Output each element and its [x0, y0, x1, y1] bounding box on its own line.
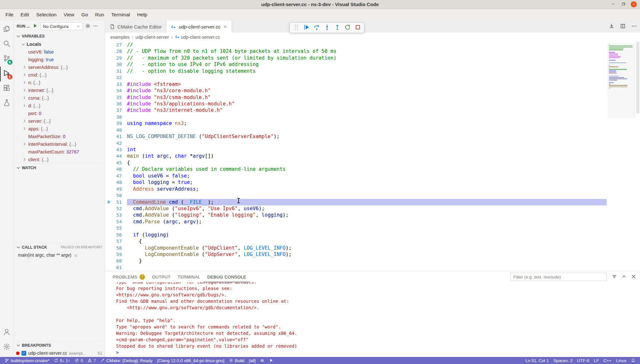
code-line[interactable]: 38: [105, 114, 607, 120]
debug-configuration-select[interactable]: No Configura: [40, 22, 83, 30]
code-line[interactable]: 45{: [105, 160, 607, 166]
editor-scrollbar[interactable]: [636, 42, 640, 271]
line-number[interactable]: 56: [105, 232, 127, 238]
variable-row[interactable]: csma: {...}: [13, 94, 105, 102]
code-line[interactable]: 49 Address serverAddress;: [105, 186, 607, 192]
status-notifications[interactable]: [629, 357, 638, 364]
menu-item-terminal[interactable]: Terminal: [108, 9, 134, 21]
line-number[interactable]: 34: [105, 87, 127, 94]
variable-row[interactable]: internet: {...}: [13, 87, 105, 94]
variable-row[interactable]: useV6: false: [13, 48, 105, 56]
menu-item-view[interactable]: View: [60, 9, 78, 21]
restart-button[interactable]: [343, 24, 351, 32]
step-over-button[interactable]: [313, 24, 321, 32]
expand-icon[interactable]: [22, 96, 27, 101]
code-line[interactable]: 53 cmd.AddValue ("logging", "Enable logg…: [105, 212, 607, 218]
line-number[interactable]: 55: [105, 225, 127, 231]
console-prompt[interactable]: >: [116, 349, 640, 356]
debug-settings-button[interactable]: [85, 23, 90, 29]
toolbar-drag-handle[interactable]: [292, 24, 300, 32]
panel-tab-output[interactable]: OUTPUT: [148, 271, 174, 282]
code-line[interactable]: 60 }: [105, 258, 607, 264]
line-number[interactable]: 51: [105, 199, 127, 205]
variable-row[interactable]: cmd: {...}: [13, 71, 105, 79]
line-number[interactable]: 59: [105, 251, 127, 258]
code-line[interactable]: 48 bool logging = true;: [105, 179, 607, 186]
split-editor-button[interactable]: [620, 23, 626, 30]
line-number[interactable]: 30: [105, 61, 127, 68]
code-line[interactable]: 61: [105, 264, 607, 271]
stop-button[interactable]: [354, 24, 362, 32]
variable-row[interactable]: n: {...}: [13, 79, 105, 87]
line-number[interactable]: 27: [105, 42, 127, 48]
panel-tab-debug-console[interactable]: DEBUG CONSOLE: [204, 271, 250, 282]
search-view-button[interactable]: [0, 37, 13, 52]
code-line[interactable]: 27//: [105, 42, 607, 48]
code-line[interactable]: 51 CommandLine cmd (__FILE__);: [105, 199, 607, 205]
expand-icon[interactable]: [22, 127, 27, 132]
settings-button[interactable]: [0, 340, 13, 355]
line-number[interactable]: 48: [105, 179, 127, 186]
step-into-button[interactable]: [323, 24, 331, 32]
more-actions-button[interactable]: [631, 23, 637, 30]
line-number[interactable]: 52: [105, 205, 127, 212]
breakpoint-row[interactable]: udp-client-server.cc exampl... 51: [13, 349, 105, 357]
call-stack-section-header[interactable]: CALL STACK PAUSED ON BREAKPOINT: [13, 243, 105, 251]
code-line[interactable]: 50: [105, 192, 607, 199]
line-number[interactable]: 49: [105, 186, 127, 192]
breakpoints-section-header[interactable]: BREAKPOINTS: [13, 341, 105, 349]
variable-row[interactable]: server: {...}: [13, 117, 105, 125]
expand-icon[interactable]: [22, 142, 27, 147]
breakpoint-checkbox[interactable]: [21, 351, 26, 356]
status-cmake-kit[interactable]: [Clang 12.0.0 x86_64-pc-linux-gnu]: [155, 357, 227, 364]
status-warnings[interactable]: 7: [85, 357, 98, 364]
code-line[interactable]: 52 cmd.AddValue ("useIpv6", "Use Ipv6", …: [105, 205, 607, 212]
line-number[interactable]: 36: [105, 101, 127, 107]
expand-icon[interactable]: [22, 65, 27, 70]
code-line[interactable]: 37#include "ns3/internet-module.h": [105, 107, 607, 113]
line-number[interactable]: 50: [105, 192, 127, 199]
close-button[interactable]: [631, 1, 637, 7]
line-number[interactable]: 60: [105, 258, 127, 264]
debug-console[interactable]: Type "show configuration" for configurat…: [105, 282, 640, 357]
source-control-view-button[interactable]: 6: [0, 52, 13, 67]
status-launch-target[interactable]: [267, 357, 276, 364]
stack-frame-row[interactable]: main(int argc, char ** argv) u.: [13, 251, 105, 259]
code-editor[interactable]: 27//28// - UDP flow from n0 to n1 of 102…: [105, 42, 640, 271]
code-line[interactable]: 58 LogComponentEnable ("UdpClient", LOG_…: [105, 245, 607, 251]
line-number[interactable]: 33: [105, 81, 127, 87]
variable-row[interactable]: interPacketInterval: {...}: [13, 140, 105, 148]
breadcrumb-item[interactable]: C+udp-client-server.cc: [175, 35, 220, 40]
code-line[interactable]: 44main (int argc, char *argv[]): [105, 153, 607, 159]
close-panel-button[interactable]: [631, 274, 636, 280]
status-cursor-position[interactable]: Ln 51, Col 1: [523, 357, 551, 364]
variable-row[interactable]: port: 0: [13, 110, 105, 117]
code-line[interactable]: 34#include "ns3/core-module.h": [105, 87, 607, 94]
expand-icon[interactable]: [22, 103, 27, 109]
panel-tab-terminal[interactable]: TERMINAL: [174, 271, 204, 282]
variable-row[interactable]: d: {...}: [13, 102, 105, 110]
code-line[interactable]: 32: [105, 74, 607, 81]
line-number[interactable]: 47: [105, 173, 127, 179]
views-more-actions-button[interactable]: [93, 23, 98, 29]
status-eol[interactable]: LF: [592, 357, 601, 364]
expand-icon[interactable]: [22, 80, 27, 86]
code-line[interactable]: 56 if (logging): [105, 232, 607, 238]
menu-item-go[interactable]: Go: [78, 9, 92, 21]
line-number[interactable]: 44: [105, 153, 127, 159]
code-line[interactable]: 30// - option to use IPv4 or IPv6 addres…: [105, 61, 607, 68]
expand-icon[interactable]: [22, 119, 27, 124]
variable-row[interactable]: serverAddress: {...}: [13, 63, 105, 71]
code-line[interactable]: 31// - option to disable logging stateme…: [105, 68, 607, 74]
watch-section-header[interactable]: WATCH: [13, 163, 105, 172]
line-number[interactable]: 40: [105, 127, 127, 133]
line-number[interactable]: 41: [105, 133, 127, 140]
code-line[interactable]: 47 bool useV6 = false;: [105, 173, 607, 179]
code-line[interactable]: 55: [105, 225, 607, 231]
code-line[interactable]: 43int: [105, 146, 607, 153]
status-indentation[interactable]: Spaces: 2: [551, 357, 575, 364]
line-number[interactable]: 54: [105, 219, 127, 225]
variable-row[interactable]: client: {...}: [13, 156, 105, 163]
tab-close-button[interactable]: [223, 24, 227, 29]
expand-icon[interactable]: [22, 88, 27, 93]
